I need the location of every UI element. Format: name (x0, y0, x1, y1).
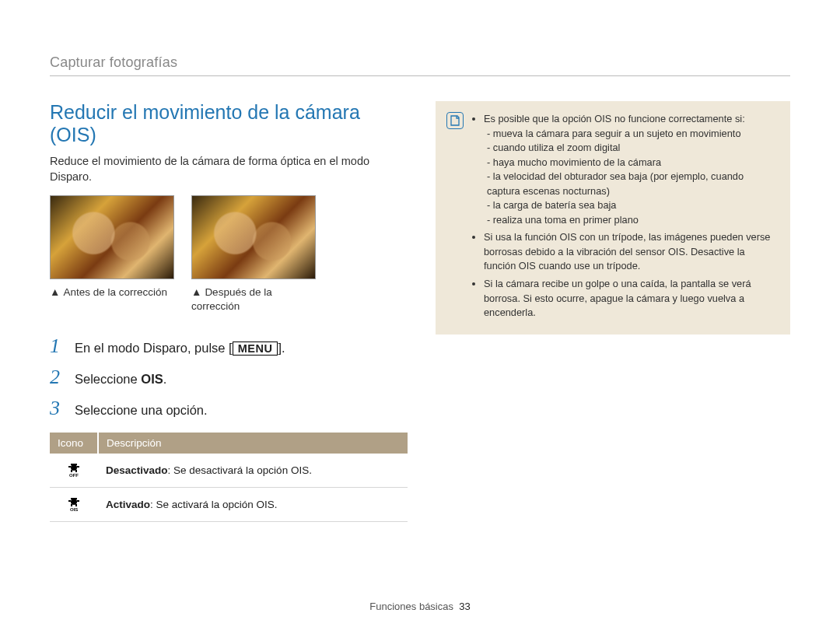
table-header-desc: Descripción (98, 433, 408, 454)
step-2-bold: OIS (141, 372, 163, 386)
svg-rect-8 (71, 498, 77, 499)
svg-text:OFF: OFF (69, 473, 79, 477)
row-rest: : Se desactivará la opción OIS. (168, 464, 312, 476)
svg-rect-12 (75, 504, 77, 506)
step-text: Seleccione una opción. (75, 403, 208, 418)
before-caption: ▲Antes de la corrección (50, 285, 174, 299)
table-header-icon: Icono (50, 433, 98, 454)
row-bold: Desactivado (106, 464, 168, 476)
step-1-prefix: En el modo Disparo, pulse [ (75, 341, 233, 355)
after-image-block: ▲Después de la corrección (191, 195, 316, 313)
note-item: Es posible que la opción OIS no funcione… (484, 112, 778, 227)
step-3: 3 Seleccione una opción. (50, 397, 408, 420)
ois-off-icon: OFF (64, 461, 84, 477)
note-list: Es posible que la opción OIS no funcione… (471, 112, 778, 324)
note-subitem: la velocidad del obturador sea baja (por… (487, 170, 778, 198)
desc-cell: Activado: Se activará la opción OIS. (98, 487, 408, 521)
page-title: Reducir el movimiento de la cámara (OIS) (50, 101, 408, 146)
options-table: Icono Descripción OFF Desactivado: Se de… (50, 433, 408, 522)
intro-text: Reduce el movimiento de la cámara de for… (50, 154, 408, 184)
after-caption: ▲Después de la corrección (191, 285, 316, 313)
svg-rect-4 (71, 470, 72, 472)
row-rest: : Se activará la opción OIS. (150, 499, 278, 510)
caption-marker-icon: ▲ (191, 285, 201, 299)
after-image (191, 195, 316, 279)
step-number: 3 (50, 397, 65, 420)
note-subitem: haya mucho movimiento de la cámara (487, 156, 778, 170)
table-row: OFF Desactivado: Se desactivará la opció… (50, 454, 408, 488)
footer-section: Funciones básicas (369, 601, 453, 612)
note-box: Es posible que la opción OIS no funcione… (436, 101, 790, 335)
step-2-suffix: . (163, 372, 167, 386)
two-column-layout: Reducir el movimiento de la cámara (OIS)… (50, 101, 790, 522)
step-1-suffix: ]. (278, 341, 285, 355)
step-2: 2 Seleccione OIS. (50, 366, 408, 389)
left-column: Reducir el movimiento de la cámara (OIS)… (50, 101, 408, 522)
icon-cell: OFF (50, 454, 98, 488)
step-number: 2 (50, 366, 65, 389)
svg-point-7 (71, 499, 77, 505)
step-text: Seleccione OIS. (75, 372, 166, 387)
svg-rect-3 (77, 466, 79, 468)
icon-cell: OIS (50, 487, 98, 521)
step-number: 1 (50, 335, 65, 358)
svg-rect-2 (68, 466, 71, 468)
ois-on-icon: OIS (64, 496, 84, 511)
after-caption-text: Después de la corrección (191, 286, 272, 312)
svg-rect-10 (77, 500, 79, 502)
svg-point-0 (71, 464, 77, 471)
right-column: Es posible que la opción OIS no funcione… (436, 101, 790, 522)
caption-marker-icon: ▲ (50, 285, 60, 299)
before-image (50, 195, 174, 279)
note-text: Es posible que la opción OIS no funcione… (484, 113, 745, 124)
footer-page-number: 33 (459, 601, 470, 612)
manual-page: Capturar fotografías Reducir el movimien… (0, 0, 840, 634)
before-image-block: ▲Antes de la corrección (50, 195, 174, 313)
row-bold: Activado (106, 499, 150, 510)
svg-rect-11 (71, 504, 72, 506)
svg-rect-9 (68, 500, 71, 502)
note-subitem: la carga de batería sea baja (487, 198, 778, 213)
svg-rect-5 (75, 470, 77, 472)
step-1: 1 En el modo Disparo, pulse [MENU]. (50, 335, 408, 358)
steps-list: 1 En el modo Disparo, pulse [MENU]. 2 Se… (50, 335, 408, 420)
divider (50, 75, 790, 76)
note-sublist: mueva la cámara para seguir a un sujeto … (484, 127, 778, 228)
note-item: Si usa la función OIS con un trípode, la… (484, 230, 778, 274)
note-subitem: realiza una toma en primer plano (487, 213, 778, 228)
page-footer: Funciones básicas 33 (0, 601, 840, 612)
step-text: En el modo Disparo, pulse [MENU]. (75, 341, 285, 356)
table-row: OIS Activado: Se activará la opción OIS. (50, 487, 408, 521)
step-2-prefix: Seleccione (75, 372, 141, 386)
before-caption-text: Antes de la corrección (63, 286, 167, 298)
note-subitem: mueva la cámara para seguir a un sujeto … (487, 127, 778, 142)
note-subitem: cuando utiliza el zoom digital (487, 141, 778, 156)
note-item: Si la cámara recibe un golpe o una caída… (484, 277, 778, 321)
desc-cell: Desactivado: Se desactivará la opción OI… (98, 454, 408, 488)
menu-button-icon: MENU (233, 342, 278, 356)
note-icon (446, 112, 464, 129)
svg-rect-1 (71, 464, 77, 465)
example-images: ▲Antes de la corrección ▲Después de la c… (50, 195, 408, 313)
svg-text:OIS: OIS (70, 507, 78, 511)
breadcrumb: Capturar fotografías (50, 54, 790, 71)
